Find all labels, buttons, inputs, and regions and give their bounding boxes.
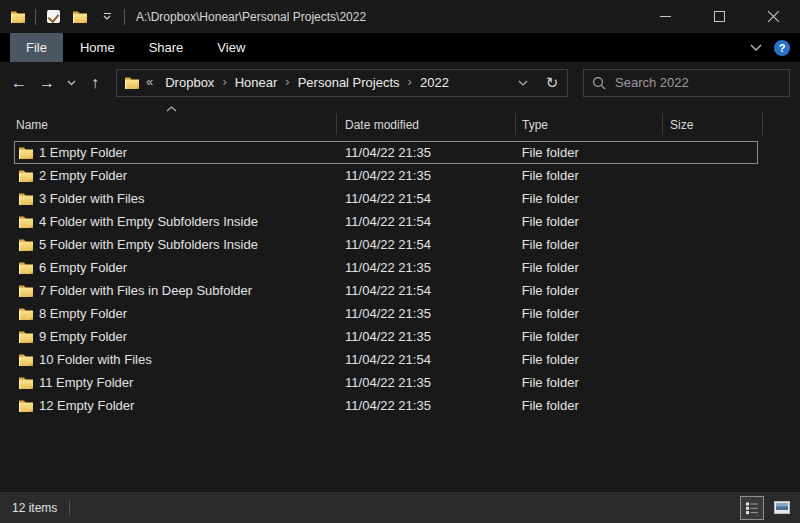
window-controls <box>638 0 800 33</box>
file-type: File folder <box>516 191 663 206</box>
folder-icon <box>15 168 39 184</box>
help-icon[interactable]: ? <box>774 40 790 56</box>
table-row[interactable]: 3 Folder with Files 11/04/22 21:54 File … <box>14 187 758 210</box>
folder-icon <box>15 283 39 299</box>
column-header-name[interactable]: Name <box>0 110 337 140</box>
file-list: 1 Empty Folder 11/04/22 21:35 File folde… <box>0 140 800 492</box>
breadcrumb-collapse-icon[interactable]: « <box>146 74 159 91</box>
search-box[interactable] <box>583 69 790 97</box>
status-bar: 12 items <box>0 492 800 523</box>
table-row[interactable]: 4 Folder with Empty Subfolders Inside 11… <box>14 210 758 233</box>
folder-icon <box>15 260 39 276</box>
close-button[interactable] <box>746 0 800 33</box>
folder-icon <box>15 329 39 345</box>
titlebar-left: A:\Dropbox\Honear\Personal Projects\2022 <box>0 6 638 28</box>
ribbon-right-controls: ? <box>750 33 800 62</box>
app-folder-icon <box>8 6 28 28</box>
view-toggle-buttons <box>740 496 794 520</box>
expand-ribbon-button[interactable] <box>750 44 762 51</box>
up-button[interactable]: ↑ <box>82 69 108 97</box>
file-name: 9 Empty Folder <box>39 329 337 344</box>
qat-properties-button[interactable] <box>43 6 63 28</box>
titlebar-divider <box>35 9 36 25</box>
table-row[interactable]: 2 Empty Folder 11/04/22 21:35 File folde… <box>14 164 758 187</box>
table-row[interactable]: 8 Empty Folder 11/04/22 21:35 File folde… <box>14 302 758 325</box>
file-type: File folder <box>516 237 663 252</box>
file-type: File folder <box>516 214 663 229</box>
folder-icon <box>15 237 39 253</box>
breadcrumb: Dropbox›Honear›Personal Projects›2022 <box>159 74 509 91</box>
breadcrumb-item[interactable]: Personal Projects <box>292 75 406 90</box>
file-name: 3 Folder with Files <box>39 191 337 206</box>
file-type: File folder <box>516 329 663 344</box>
navigation-bar: ← → ↑ « Dropbox›Honear›Personal Projects… <box>0 62 800 103</box>
folder-icon <box>15 375 39 391</box>
folder-icon <box>15 191 39 207</box>
file-date-modified: 11/04/22 21:35 <box>337 375 516 390</box>
forward-button[interactable]: → <box>34 69 60 97</box>
file-name: 11 Empty Folder <box>39 375 337 390</box>
table-row[interactable]: 7 Folder with Files in Deep Subfolder 11… <box>14 279 758 302</box>
file-name: 12 Empty Folder <box>39 398 337 413</box>
file-name: 7 Folder with Files in Deep Subfolder <box>39 283 337 298</box>
address-dropdown-icon[interactable] <box>509 80 537 86</box>
file-name: 8 Empty Folder <box>39 306 337 321</box>
file-date-modified: 11/04/22 21:35 <box>337 168 516 183</box>
table-row[interactable]: 9 Empty Folder 11/04/22 21:35 File folde… <box>14 325 758 348</box>
file-name: 5 Folder with Empty Subfolders Inside <box>39 237 337 252</box>
breadcrumb-item[interactable]: Honear <box>229 75 284 90</box>
search-input[interactable] <box>615 75 781 90</box>
table-row[interactable]: 1 Empty Folder 11/04/22 21:35 File folde… <box>14 141 758 164</box>
file-type: File folder <box>516 145 663 160</box>
file-type: File folder <box>516 398 663 413</box>
folder-icon <box>15 145 39 161</box>
ribbon-tab-row: File Home Share View ? <box>0 33 800 62</box>
file-type: File folder <box>516 260 663 275</box>
folder-icon <box>15 398 39 414</box>
window-title-path: A:\Dropbox\Honear\Personal Projects\2022 <box>136 10 366 24</box>
back-button[interactable]: ← <box>6 69 32 97</box>
tab-file[interactable]: File <box>10 33 63 62</box>
column-header-type[interactable]: Type <box>516 110 663 140</box>
file-date-modified: 11/04/22 21:35 <box>337 145 516 160</box>
table-row[interactable]: 12 Empty Folder 11/04/22 21:35 File fold… <box>14 394 758 417</box>
table-row[interactable]: 5 Folder with Empty Subfolders Inside 11… <box>14 233 758 256</box>
maximize-button[interactable] <box>692 0 746 33</box>
file-date-modified: 11/04/22 21:35 <box>337 398 516 413</box>
tab-share[interactable]: Share <box>132 33 201 62</box>
tab-home[interactable]: Home <box>63 33 132 62</box>
table-row[interactable]: 6 Empty Folder 11/04/22 21:35 File folde… <box>14 256 758 279</box>
table-row[interactable]: 11 Empty Folder 11/04/22 21:35 File fold… <box>14 371 758 394</box>
file-name: 2 Empty Folder <box>39 168 337 183</box>
file-type: File folder <box>516 306 663 321</box>
minimize-button[interactable] <box>638 0 692 33</box>
file-date-modified: 11/04/22 21:54 <box>337 237 516 252</box>
column-header-date-modified[interactable]: Date modified <box>337 110 516 140</box>
recent-locations-button[interactable] <box>62 69 80 97</box>
address-bar[interactable]: « Dropbox›Honear›Personal Projects›2022 … <box>116 69 568 97</box>
chevron-down-overline-icon <box>103 13 111 20</box>
address-folder-icon <box>117 75 146 91</box>
column-header-size[interactable]: Size <box>663 110 763 140</box>
status-divider <box>69 501 70 515</box>
folder-icon <box>15 306 39 322</box>
file-name: 1 Empty Folder <box>39 145 337 160</box>
breadcrumb-separator-icon[interactable]: › <box>283 74 291 91</box>
file-type: File folder <box>516 168 663 183</box>
file-date-modified: 11/04/22 21:35 <box>337 260 516 275</box>
file-type: File folder <box>516 283 663 298</box>
qat-customize-button[interactable] <box>97 6 117 28</box>
breadcrumb-item[interactable]: Dropbox <box>159 75 220 90</box>
large-icons-view-button[interactable] <box>770 496 794 520</box>
file-name: 4 Folder with Empty Subfolders Inside <box>39 214 337 229</box>
details-view-button[interactable] <box>740 496 764 520</box>
breadcrumb-item[interactable]: 2022 <box>414 75 455 90</box>
breadcrumb-separator-icon[interactable]: › <box>220 74 228 91</box>
file-type: File folder <box>516 375 663 390</box>
breadcrumb-separator-icon[interactable]: › <box>406 74 414 91</box>
file-type: File folder <box>516 352 663 367</box>
table-row[interactable]: 10 Folder with Files 11/04/22 21:54 File… <box>14 348 758 371</box>
refresh-button[interactable]: ↻ <box>537 74 567 92</box>
qat-new-folder-button[interactable] <box>70 6 90 28</box>
tab-view[interactable]: View <box>200 33 262 62</box>
